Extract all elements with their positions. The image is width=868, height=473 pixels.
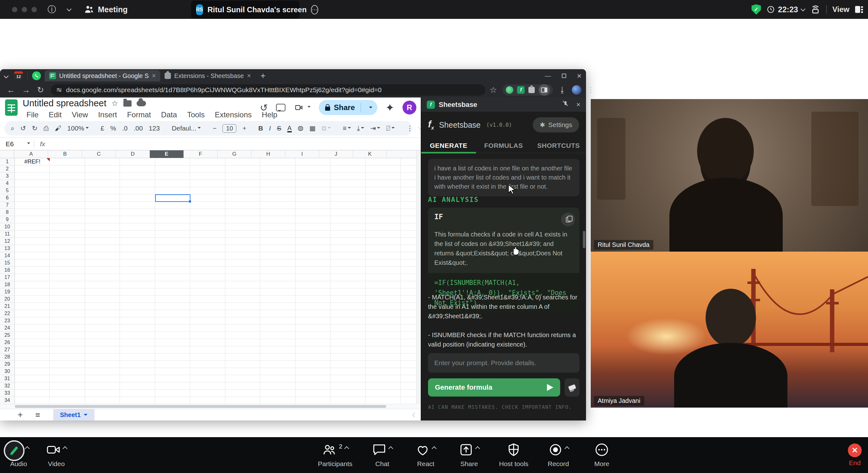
meeting-menu[interactable]: Meeting xyxy=(84,4,127,14)
row-header-16[interactable]: 16 xyxy=(0,267,14,274)
row-header-11[interactable]: 11 xyxy=(0,231,14,238)
vertical-align-icon[interactable]: ⤓ xyxy=(357,125,364,132)
fill-color-icon[interactable]: ◍ xyxy=(298,125,303,132)
merge-cells-icon[interactable]: ⧉ xyxy=(322,125,331,132)
row-header-13[interactable]: 13 xyxy=(0,245,14,252)
row-header-5[interactable]: 5 xyxy=(0,187,14,194)
close-panel-icon[interactable]: × xyxy=(576,101,580,109)
row-header-28[interactable]: 28 xyxy=(0,353,14,361)
row-header-22[interactable]: 22 xyxy=(0,310,14,317)
row-header-25[interactable]: 25 xyxy=(0,332,14,339)
calendar-pinned-icon[interactable]: 12 xyxy=(14,71,23,80)
gemini-sparkle-icon[interactable]: ✦ xyxy=(385,101,395,114)
row-header-30[interactable]: 30 xyxy=(0,368,14,375)
browser-tab-extensions[interactable]: Extensions - Sheetsbase × xyxy=(160,70,255,81)
security-shield-icon[interactable]: ✓ xyxy=(751,4,761,15)
italic-button[interactable]: I xyxy=(269,125,271,132)
browser-tab-spreadsheet[interactable]: Untitled spreadsheet - Google S × xyxy=(45,70,160,81)
sheets-menu-edit[interactable]: Edit xyxy=(45,110,65,120)
row-header-31[interactable]: 31 xyxy=(0,375,14,382)
font-size-input[interactable]: 10 xyxy=(222,124,236,133)
row-header-34[interactable]: 34 xyxy=(0,397,14,404)
share-caret-icon[interactable] xyxy=(369,107,372,110)
text-wrap-icon[interactable]: ⇥ xyxy=(370,125,380,132)
name-box[interactable]: E6 xyxy=(0,140,34,148)
column-header-h[interactable]: H xyxy=(251,150,285,158)
row-header-27[interactable]: 27 xyxy=(0,346,14,353)
print-icon[interactable]: ⎙ xyxy=(43,125,49,132)
row-header-19[interactable]: 19 xyxy=(0,289,14,296)
row-header-3[interactable]: 3 xyxy=(0,173,14,180)
control-participants-button[interactable]: 2Participants xyxy=(318,437,352,473)
tab-more-icon[interactable]: ⋯ xyxy=(311,5,318,14)
cell-a1[interactable]: #REF! xyxy=(15,158,50,165)
copy-formula-button[interactable] xyxy=(561,213,575,227)
prompt-input[interactable] xyxy=(428,353,580,373)
whatsapp-pinned-icon[interactable] xyxy=(32,71,41,80)
window-minimize-dot[interactable] xyxy=(22,7,27,12)
sheets-menu-extensions[interactable]: Extensions xyxy=(211,110,255,120)
control-chat-button[interactable]: Chat xyxy=(369,437,396,473)
panel-tab-formulas[interactable]: FORMULAS xyxy=(476,139,531,153)
row-header-10[interactable]: 10 xyxy=(0,223,14,231)
sheets-menu-file[interactable]: File xyxy=(23,110,42,120)
toolbar-more-icon[interactable]: ⋮ xyxy=(407,125,413,132)
row-header-18[interactable]: 18 xyxy=(0,281,14,289)
more-formats-button[interactable]: 123 xyxy=(149,125,160,132)
generate-formula-button[interactable]: Generate formula xyxy=(428,378,560,397)
row-header-23[interactable]: 23 xyxy=(0,317,14,325)
add-sheet-icon[interactable]: + xyxy=(18,410,23,420)
column-header-d[interactable]: D xyxy=(116,150,150,158)
toolbar-search-icon[interactable]: ⌕ xyxy=(11,125,14,132)
sheets-menu-format[interactable]: Format xyxy=(123,110,155,120)
decrease-decimal-button[interactable]: .0 xyxy=(122,125,128,132)
screen-share-icon[interactable] xyxy=(810,5,820,14)
downloads-icon[interactable]: ⭳ xyxy=(559,86,566,94)
strikethrough-button[interactable]: S xyxy=(277,125,281,132)
control-react-button[interactable]: React xyxy=(412,437,439,473)
settings-button[interactable]: ✱ Settings xyxy=(533,117,579,132)
row-header-26[interactable]: 26 xyxy=(0,339,14,346)
view-menu[interactable]: View xyxy=(832,5,849,14)
extension-icon[interactable] xyxy=(506,86,513,94)
increase-font-button[interactable]: + xyxy=(242,125,246,132)
row-header-9[interactable]: 9 xyxy=(0,216,14,223)
comments-icon[interactable] xyxy=(276,104,285,111)
meet-caret-icon[interactable] xyxy=(308,106,311,109)
sheets-menu-data[interactable]: Data xyxy=(157,110,181,120)
row-header-32[interactable]: 32 xyxy=(0,382,14,390)
fill-handle[interactable] xyxy=(188,200,191,203)
row-header-7[interactable]: 7 xyxy=(0,202,14,209)
column-header-g[interactable]: G xyxy=(217,150,251,158)
collapse-panel-icon[interactable] xyxy=(412,412,417,417)
control-more-button[interactable]: More xyxy=(588,437,615,473)
version-history-icon[interactable]: ↺ xyxy=(260,102,268,113)
panel-tab-shortcuts[interactable]: SHORTCUTS xyxy=(531,139,586,153)
move-folder-icon[interactable] xyxy=(123,100,131,107)
video-tile-ritul[interactable]: Ritul Sunil Chavda xyxy=(591,99,868,251)
sheets-menu-view[interactable]: View xyxy=(68,110,92,120)
row-header-2[interactable]: 2 xyxy=(0,165,14,173)
sheets-menu-tools[interactable]: Tools xyxy=(183,110,208,120)
column-header-k[interactable]: K xyxy=(353,150,387,158)
paint-format-icon[interactable]: 🖌 xyxy=(55,125,61,132)
row-header-33[interactable]: 33 xyxy=(0,390,14,397)
collapse-toolbar-icon[interactable] xyxy=(418,127,421,130)
all-sheets-icon[interactable]: ≡ xyxy=(35,410,40,420)
row-header-21[interactable]: 21 xyxy=(0,303,14,310)
share-chevron-icon[interactable] xyxy=(475,446,480,451)
row-header-24[interactable]: 24 xyxy=(0,325,14,332)
clear-button[interactable] xyxy=(565,378,580,397)
video-tile-atmiya[interactable]: Atmiya Jadvani xyxy=(591,251,868,408)
selected-cell-e6[interactable] xyxy=(155,194,190,202)
window-zoom-dot[interactable] xyxy=(31,7,37,12)
column-header-e[interactable]: E xyxy=(150,150,184,158)
sheet-tab-caret-icon[interactable] xyxy=(84,414,88,418)
record-chevron-icon[interactable] xyxy=(564,446,569,451)
bold-button[interactable]: B xyxy=(258,125,263,132)
end-meeting-button[interactable]: ✕ End xyxy=(848,437,862,473)
row-header-15[interactable]: 15 xyxy=(0,260,14,267)
star-icon[interactable]: ☆ xyxy=(112,99,118,108)
column-header-a[interactable]: A xyxy=(14,150,48,158)
bookmark-star-icon[interactable]: ☆ xyxy=(490,85,497,95)
